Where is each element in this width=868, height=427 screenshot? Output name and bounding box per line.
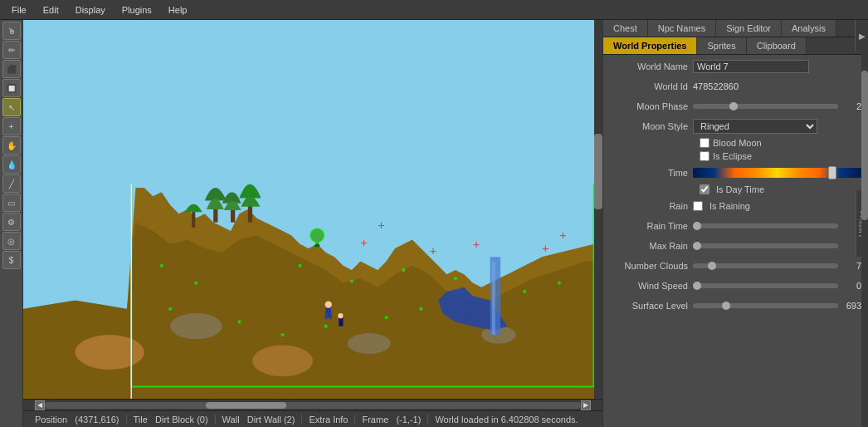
svg-point-34 bbox=[237, 320, 241, 323]
tool-pan[interactable]: ✋ bbox=[2, 136, 21, 155]
rain-time-slider[interactable] bbox=[693, 223, 838, 228]
moon-phase-label: Moon Phase bbox=[610, 101, 693, 111]
wind-speed-slider[interactable] bbox=[693, 283, 838, 288]
svg-point-30 bbox=[350, 279, 354, 282]
menubar: File Edit Display Plugins Help bbox=[0, 0, 868, 20]
svg-point-5 bbox=[252, 346, 313, 377]
svg-point-33 bbox=[168, 307, 172, 311]
surface-level-thumb[interactable] bbox=[722, 302, 730, 310]
max-rain-thumb[interactable] bbox=[693, 242, 701, 250]
tool-pencil[interactable]: ✏ bbox=[2, 41, 21, 59]
time-slider[interactable] bbox=[693, 168, 861, 178]
moon-style-select[interactable]: Ringed Normal Blue bbox=[693, 119, 817, 134]
tool-wand[interactable]: ⚙ bbox=[2, 213, 21, 231]
viewport-vscrollbar[interactable] bbox=[594, 20, 602, 399]
h-scroll-track[interactable] bbox=[45, 402, 581, 409]
moon-phase-slider-container: 2 bbox=[693, 101, 861, 111]
svg-text:+: + bbox=[378, 218, 385, 232]
surface-level-label: Surface Level bbox=[610, 301, 693, 311]
svg-rect-25 bbox=[339, 317, 343, 326]
world-name-input[interactable] bbox=[693, 60, 809, 73]
menu-plugins[interactable]: Plugins bbox=[114, 3, 160, 17]
h-scrollbar[interactable]: ◀ ▶ bbox=[23, 399, 602, 410]
status-load-msg: World loaded in 6.402808 seconds. bbox=[428, 415, 597, 425]
is-raining-checkbox[interactable] bbox=[693, 201, 703, 211]
rain-time-thumb[interactable] bbox=[693, 222, 701, 230]
blood-moon-checkbox[interactable] bbox=[700, 138, 710, 148]
eclipse-row: Is Eclipse bbox=[700, 151, 861, 161]
moon-phase-value: 2 bbox=[841, 101, 861, 111]
scroll-right-arrow[interactable]: ▶ bbox=[581, 400, 591, 410]
menu-help[interactable]: Help bbox=[160, 3, 196, 17]
tool-select[interactable]: 🖱 bbox=[2, 22, 21, 40]
max-rain-slider-container: 0 bbox=[693, 241, 861, 251]
tile-label: Tile bbox=[134, 415, 148, 425]
position-value: (4371,616) bbox=[75, 415, 119, 425]
eclipse-label: Is Eclipse bbox=[713, 151, 752, 161]
wind-speed-slider-container: 0 bbox=[693, 281, 861, 291]
tool-zoom[interactable]: + bbox=[2, 117, 21, 135]
tab-chest[interactable]: Chest bbox=[603, 20, 648, 37]
blood-moon-label: Blood Moon bbox=[713, 138, 762, 148]
right-panel-vscroll-thumb bbox=[861, 71, 868, 221]
svg-point-35 bbox=[280, 333, 284, 336]
tool-brush[interactable]: ⬛ bbox=[2, 60, 21, 78]
menu-edit[interactable]: Edit bbox=[35, 3, 67, 17]
moon-phase-slider[interactable] bbox=[693, 104, 838, 109]
number-clouds-thumb[interactable] bbox=[708, 262, 716, 270]
tool-rect[interactable]: ▭ bbox=[2, 194, 21, 212]
prop-time-row: Time bbox=[610, 164, 861, 181]
prop-rain-time-row: Rain Time 0 bbox=[610, 218, 861, 234]
panel-expand-btn[interactable]: ▶ bbox=[855, 20, 868, 52]
prop-world-id-row: World Id 478522860 bbox=[610, 78, 861, 95]
viewport[interactable]: + + + + + + bbox=[23, 20, 602, 399]
svg-point-2 bbox=[348, 333, 391, 354]
terrain-svg: + + + + + + bbox=[23, 20, 602, 399]
moon-phase-thumb[interactable] bbox=[729, 102, 738, 110]
max-rain-slider[interactable] bbox=[693, 243, 838, 248]
number-clouds-slider[interactable] bbox=[693, 263, 838, 268]
time-slider-thumb[interactable] bbox=[828, 166, 836, 179]
tab-clipboard[interactable]: Clipboard bbox=[747, 37, 807, 54]
svg-point-4 bbox=[76, 335, 144, 370]
rain-label: Rain bbox=[610, 201, 693, 211]
tool-pointer[interactable]: ↖ bbox=[2, 98, 21, 116]
viewport-vscrollthumb bbox=[594, 134, 602, 209]
menu-display[interactable]: Display bbox=[67, 3, 114, 17]
is-day-time-checkbox[interactable] bbox=[700, 184, 710, 194]
svg-text:+: + bbox=[542, 242, 549, 255]
main-layout: 🖱 ✏ ⬛ 🔲 ↖ + ✋ 💧 ╱ ▭ ⚙ ◎ $ bbox=[0, 20, 868, 427]
tab-npc-names[interactable]: Npc Names bbox=[648, 20, 716, 37]
svg-point-22 bbox=[325, 301, 332, 307]
tool-sprite[interactable]: $ bbox=[2, 251, 21, 269]
svg-point-14 bbox=[315, 244, 319, 248]
h-scroll-thumb[interactable] bbox=[206, 402, 286, 409]
surface-level-slider[interactable] bbox=[693, 303, 838, 308]
prop-max-rain-row: Max Rain 0 bbox=[610, 238, 861, 254]
svg-rect-11 bbox=[192, 212, 195, 228]
tab-world-properties[interactable]: World Properties bbox=[603, 37, 697, 54]
blood-moon-row: Blood Moon bbox=[700, 138, 861, 148]
right-panel: Chest Npc Names Sign Editor Analysis ▶ W… bbox=[602, 20, 868, 427]
eclipse-checkbox[interactable] bbox=[700, 151, 710, 161]
tool-morph[interactable]: ◎ bbox=[2, 232, 21, 250]
prop-moon-phase-row: Moon Phase 2 bbox=[610, 98, 861, 115]
wind-speed-thumb[interactable] bbox=[693, 282, 701, 290]
tool-fill[interactable]: 🔲 bbox=[2, 79, 21, 97]
scroll-left-arrow[interactable]: ◀ bbox=[35, 400, 45, 410]
tab-sprites[interactable]: Sprites bbox=[697, 37, 746, 54]
position-label: Position bbox=[35, 415, 67, 425]
svg-text:+: + bbox=[430, 244, 437, 258]
tab-sign-editor[interactable]: Sign Editor bbox=[716, 20, 782, 37]
tool-line[interactable]: ╱ bbox=[2, 174, 21, 193]
world-id-value: 478522860 bbox=[693, 81, 861, 91]
menu-file[interactable]: File bbox=[3, 3, 35, 17]
statusbar: Position (4371,616) Tile Dirt Block (0) … bbox=[23, 410, 602, 427]
left-toolbar: 🖱 ✏ ⬛ 🔲 ↖ + ✋ 💧 ╱ ▭ ⚙ ◎ $ bbox=[0, 20, 23, 427]
svg-point-27 bbox=[160, 264, 163, 267]
tool-pick[interactable]: 💧 bbox=[2, 155, 21, 174]
right-panel-vscrollbar[interactable] bbox=[861, 52, 868, 427]
max-rain-label: Max Rain bbox=[610, 241, 693, 251]
tab-analysis[interactable]: Analysis bbox=[782, 20, 836, 37]
wind-speed-value: 0 bbox=[841, 281, 861, 291]
